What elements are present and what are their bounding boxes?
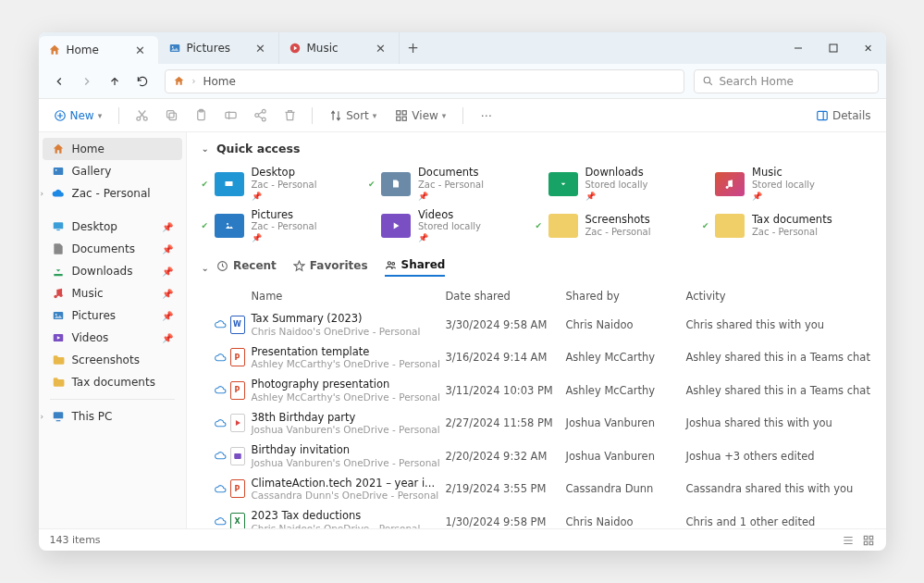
sidebar-item-label: Home xyxy=(72,143,105,155)
chevron-right-icon: › xyxy=(192,76,196,86)
search-input[interactable]: Search Home xyxy=(694,69,879,93)
tab-recent[interactable]: Recent xyxy=(216,258,277,277)
qa-name: Documents xyxy=(418,167,484,180)
pin-icon: 📌 xyxy=(162,289,173,299)
address-bar[interactable]: › Home xyxy=(165,69,684,93)
window-controls: ✕ xyxy=(781,32,886,64)
file-row[interactable]: W Tax Summary (2023) Chris Naidoo's OneD… xyxy=(202,308,871,341)
qa-sub: Zac - Personal xyxy=(418,180,484,191)
file-date: 2/20/2024 9:32 AM xyxy=(446,450,566,463)
refresh-button[interactable] xyxy=(129,68,155,94)
quick-access-pictures[interactable]: ✔PicturesZac - Personal📌 xyxy=(215,207,371,246)
maximize-button[interactable] xyxy=(816,32,851,64)
content-tabs-heading: ⌄ RecentFavoritesShared xyxy=(202,258,871,277)
sidebar-item-tax-documents[interactable]: Tax documents xyxy=(43,371,182,393)
forward-button[interactable] xyxy=(74,68,100,94)
sort-button[interactable]: Sort ▾ xyxy=(324,105,382,126)
file-row[interactable]: P Presentation template Ashley McCarthy'… xyxy=(202,341,871,375)
column-date-shared[interactable]: Date shared xyxy=(446,290,566,303)
svg-rect-41 xyxy=(226,181,233,186)
sidebar-item-this-pc[interactable]: ›This PC xyxy=(43,405,182,428)
quick-access-videos[interactable]: VideosStored locally📌 xyxy=(381,207,537,246)
file-row[interactable]: P ClimateAction.tech 2021 – year i... Ca… xyxy=(202,473,871,506)
tab-home[interactable]: Home ✕ xyxy=(39,36,159,64)
more-button[interactable]: ⋯ xyxy=(474,105,497,127)
copy-button[interactable] xyxy=(160,105,182,127)
column-name[interactable]: Name xyxy=(252,290,446,303)
rename-button[interactable] xyxy=(219,105,241,127)
new-tab-button[interactable]: + xyxy=(400,32,427,64)
sidebar-item-zac---personal[interactable]: ›Zac - Personal xyxy=(43,182,182,205)
tab-favorites[interactable]: Favorites xyxy=(293,258,368,277)
minimize-button[interactable] xyxy=(781,32,816,64)
file-location: Joshua Vanburen's OneDrive - Personal xyxy=(252,457,446,469)
paste-button[interactable] xyxy=(190,105,212,127)
close-icon[interactable]: ✕ xyxy=(132,42,149,58)
pin-icon: 📌 xyxy=(418,233,481,243)
back-button[interactable] xyxy=(46,68,72,94)
file-name: Photography presentation xyxy=(252,378,446,391)
sidebar-item-downloads[interactable]: Downloads📌 xyxy=(43,260,182,282)
close-icon[interactable]: ✕ xyxy=(253,40,269,56)
sidebar-item-documents[interactable]: Documents📌 xyxy=(43,238,182,260)
sort-icon xyxy=(329,109,342,122)
pin-icon: 📌 xyxy=(252,192,317,202)
cut-button[interactable] xyxy=(130,105,153,127)
sidebar-item-desktop[interactable]: Desktop📌 xyxy=(43,216,182,238)
tab-label: Home xyxy=(67,43,99,56)
home-icon xyxy=(48,43,61,56)
file-list: W Tax Summary (2023) Chris Naidoo's OneD… xyxy=(202,308,871,528)
sidebar-item-videos[interactable]: Videos📌 xyxy=(43,327,182,349)
music-icon xyxy=(52,287,65,300)
tab-music[interactable]: Music ✕ xyxy=(279,32,400,64)
file-name: Presentation template xyxy=(252,345,446,358)
close-window-button[interactable]: ✕ xyxy=(851,32,886,64)
quick-access-downloads[interactable]: DownloadsStored locally📌 xyxy=(548,165,705,204)
quick-access-music[interactable]: MusicStored locally📌 xyxy=(715,165,871,204)
sort-label: Sort xyxy=(346,109,369,122)
sidebar-item-music[interactable]: Music📌 xyxy=(43,282,182,304)
file-row[interactable]: Birthday invitation Joshua Vanburen's On… xyxy=(202,440,871,473)
sync-check-icon: ✔ xyxy=(202,180,209,189)
home-icon xyxy=(52,143,65,155)
tab-pictures[interactable]: Pictures ✕ xyxy=(159,32,279,64)
quick-access-tax-documents[interactable]: ✔Tax documentsZac - Personal xyxy=(715,207,871,246)
column-activity[interactable]: Activity xyxy=(686,290,871,303)
sidebar-item-pictures[interactable]: Pictures📌 xyxy=(43,304,182,327)
view-button[interactable]: View ▾ xyxy=(389,105,451,126)
qa-name: Pictures xyxy=(252,209,317,222)
details-view-icon[interactable] xyxy=(842,534,855,547)
delete-button[interactable] xyxy=(278,105,301,127)
quick-access-desktop[interactable]: ✔DesktopZac - Personal📌 xyxy=(215,165,371,204)
up-button[interactable] xyxy=(102,68,128,94)
new-button[interactable]: New ▾ xyxy=(48,105,108,126)
quick-access-documents[interactable]: ✔DocumentsZac - Personal📌 xyxy=(381,165,537,204)
sidebar-item-screenshots[interactable]: Screenshots xyxy=(43,349,182,371)
file-row[interactable]: P Photography presentation Ashley McCart… xyxy=(202,374,871,407)
quick-access-screenshots[interactable]: ✔ScreenshotsZac - Personal xyxy=(548,207,705,246)
close-icon[interactable]: ✕ xyxy=(373,40,389,56)
qa-name: Desktop xyxy=(252,167,317,180)
desktop-folder-icon xyxy=(215,172,244,196)
sidebar-item-gallery[interactable]: Gallery xyxy=(43,160,182,182)
sidebar-item-home[interactable]: Home xyxy=(43,138,182,160)
quick-access-heading[interactable]: ⌄ Quick access xyxy=(202,142,871,155)
column-shared-by[interactable]: Shared by xyxy=(566,290,686,303)
navbar: › Home Search Home xyxy=(39,64,886,99)
tab-shared[interactable]: Shared xyxy=(385,258,446,277)
svg-rect-52 xyxy=(864,536,868,540)
thumbnails-view-icon[interactable] xyxy=(862,534,875,547)
details-button[interactable]: Details xyxy=(810,105,877,126)
svg-rect-48 xyxy=(234,453,241,459)
file-row[interactable]: X 2023 Tax deductions Chris Naidoo's One… xyxy=(202,505,871,528)
pin-icon: 📌 xyxy=(162,222,173,232)
qa-sub: Stored locally xyxy=(752,180,815,191)
file-row[interactable]: 38th Birthday party Joshua Vanburen's On… xyxy=(202,407,871,440)
sidebar-item-label: Gallery xyxy=(72,165,112,178)
pictures-icon xyxy=(168,42,181,55)
qa-name: Videos xyxy=(418,209,481,222)
share-button[interactable] xyxy=(249,105,271,127)
pin-icon: 📌 xyxy=(162,267,173,277)
qa-sub: Zac - Personal xyxy=(252,221,317,232)
pictures-folder-icon xyxy=(215,214,244,238)
